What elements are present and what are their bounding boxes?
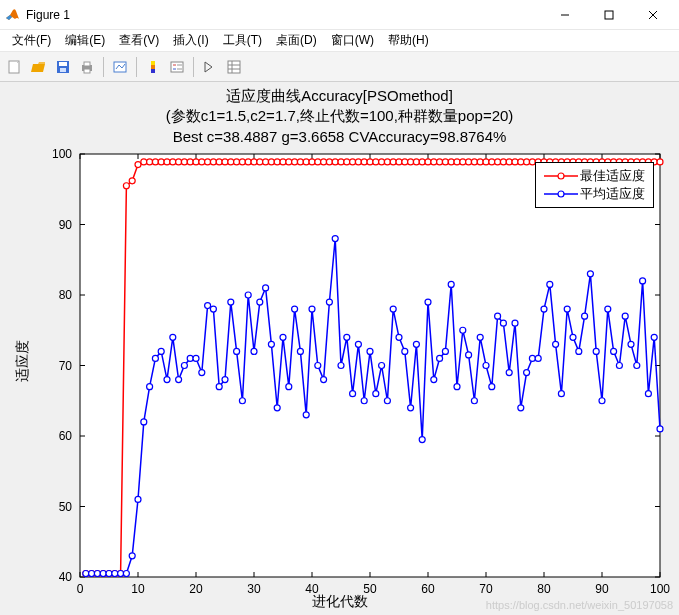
insert-legend-icon[interactable]	[166, 56, 188, 78]
menu-tools[interactable]: 工具(T)	[217, 30, 268, 51]
svg-point-98	[193, 159, 199, 165]
open-icon[interactable]	[28, 56, 50, 78]
link-axes-icon[interactable]	[109, 56, 131, 78]
svg-text:50: 50	[59, 500, 73, 514]
svg-point-106	[239, 159, 245, 165]
menu-file[interactable]: 文件(F)	[6, 30, 57, 51]
menubar: 文件(F) 编辑(E) 查看(V) 插入(I) 工具(T) 桌面(D) 窗口(W…	[0, 30, 679, 52]
svg-point-245	[466, 352, 472, 358]
svg-point-226	[355, 341, 361, 347]
svg-rect-14	[151, 69, 155, 73]
svg-point-204	[228, 299, 234, 305]
toolbar-separator	[103, 57, 104, 77]
svg-point-242	[448, 281, 454, 287]
svg-point-95	[176, 159, 182, 165]
svg-point-231	[384, 398, 390, 404]
svg-point-149	[489, 159, 495, 165]
svg-point-151	[500, 159, 506, 165]
menu-insert[interactable]: 插入(I)	[167, 30, 214, 51]
svg-point-224	[344, 334, 350, 340]
svg-point-270	[611, 348, 617, 354]
svg-point-189	[141, 419, 147, 425]
svg-point-237	[419, 437, 425, 443]
svg-point-239	[431, 377, 437, 383]
svg-rect-13	[151, 61, 155, 65]
svg-point-112	[274, 159, 280, 165]
svg-point-128	[367, 159, 373, 165]
svg-point-259	[547, 281, 553, 287]
svg-point-266	[587, 271, 593, 277]
svg-point-197	[187, 355, 193, 361]
svg-point-93	[164, 159, 170, 165]
svg-point-152	[506, 159, 512, 165]
svg-point-108	[251, 159, 257, 165]
minimize-button[interactable]	[543, 1, 587, 29]
menu-help[interactable]: 帮助(H)	[382, 30, 435, 51]
new-figure-icon[interactable]	[4, 56, 26, 78]
svg-point-114	[286, 159, 292, 165]
figure-area: 适应度曲线Accuracy[PSOmethod] (参数c1=1.5,c2=1.…	[0, 82, 679, 615]
svg-point-127	[361, 159, 367, 165]
svg-point-211	[268, 341, 274, 347]
toolbar	[0, 52, 679, 82]
print-icon[interactable]	[76, 56, 98, 78]
svg-point-185	[118, 570, 124, 576]
svg-point-193	[164, 377, 170, 383]
svg-point-190	[147, 384, 153, 390]
svg-point-198	[193, 355, 199, 361]
svg-point-213	[280, 334, 286, 340]
svg-rect-24	[80, 154, 660, 577]
svg-point-145	[466, 159, 472, 165]
svg-point-154	[518, 159, 524, 165]
svg-point-130	[379, 159, 385, 165]
svg-text:100: 100	[52, 147, 72, 161]
svg-point-249	[489, 384, 495, 390]
svg-rect-9	[84, 62, 90, 66]
chart-legend[interactable]: 最佳适应度平均适应度	[535, 162, 654, 208]
matlab-icon	[4, 7, 20, 23]
svg-point-153	[512, 159, 518, 165]
legend-entry: 最佳适应度	[544, 167, 645, 185]
svg-rect-20	[228, 61, 240, 73]
window-title: Figure 1	[26, 8, 543, 22]
insert-colorbar-icon[interactable]	[142, 56, 164, 78]
svg-point-233	[396, 334, 402, 340]
svg-point-136	[413, 159, 419, 165]
svg-point-206	[239, 398, 245, 404]
svg-point-254	[518, 405, 524, 411]
svg-point-230	[379, 363, 385, 369]
svg-point-179	[83, 570, 89, 576]
svg-text:90: 90	[59, 218, 73, 232]
svg-point-218	[309, 306, 315, 312]
svg-text:40: 40	[59, 570, 73, 584]
svg-point-119	[315, 159, 321, 165]
property-editor-icon[interactable]	[223, 56, 245, 78]
svg-point-118	[309, 159, 315, 165]
svg-point-246	[471, 398, 477, 404]
svg-point-195	[176, 377, 182, 383]
svg-point-257	[535, 355, 541, 361]
svg-point-240	[437, 355, 443, 361]
svg-point-269	[605, 306, 611, 312]
svg-point-133	[396, 159, 402, 165]
svg-text:70: 70	[59, 359, 73, 373]
svg-point-182	[100, 570, 106, 576]
edit-plot-icon[interactable]	[199, 56, 221, 78]
menu-window[interactable]: 窗口(W)	[325, 30, 380, 51]
svg-point-137	[419, 159, 425, 165]
svg-point-208	[251, 348, 257, 354]
svg-point-142	[448, 159, 454, 165]
svg-point-101	[210, 159, 216, 165]
svg-point-123	[338, 159, 344, 165]
menu-edit[interactable]: 编辑(E)	[59, 30, 111, 51]
save-icon[interactable]	[52, 56, 74, 78]
maximize-button[interactable]	[587, 1, 631, 29]
svg-point-219	[315, 363, 321, 369]
svg-point-148	[483, 159, 489, 165]
legend-label: 平均适应度	[580, 185, 645, 203]
svg-point-228	[367, 348, 373, 354]
svg-point-267	[593, 348, 599, 354]
menu-desktop[interactable]: 桌面(D)	[270, 30, 323, 51]
menu-view[interactable]: 查看(V)	[113, 30, 165, 51]
close-button[interactable]	[631, 1, 675, 29]
